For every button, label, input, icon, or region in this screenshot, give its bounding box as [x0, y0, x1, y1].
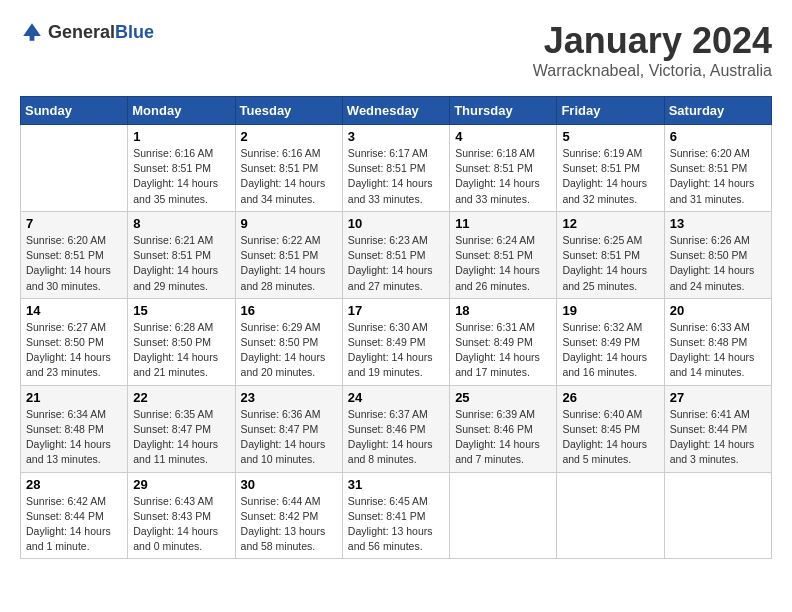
calendar-cell: 19Sunrise: 6:32 AM Sunset: 8:49 PM Dayli… [557, 298, 664, 385]
calendar-cell: 6Sunrise: 6:20 AM Sunset: 8:51 PM Daylig… [664, 125, 771, 212]
calendar-table: SundayMondayTuesdayWednesdayThursdayFrid… [20, 96, 772, 559]
date-number: 2 [241, 129, 337, 144]
logo-text-general: General [48, 22, 115, 42]
calendar-cell: 10Sunrise: 6:23 AM Sunset: 8:51 PM Dayli… [342, 211, 449, 298]
cell-info: Sunrise: 6:20 AM Sunset: 8:51 PM Dayligh… [670, 146, 766, 207]
day-header-thursday: Thursday [450, 97, 557, 125]
calendar-cell: 20Sunrise: 6:33 AM Sunset: 8:48 PM Dayli… [664, 298, 771, 385]
cell-info: Sunrise: 6:17 AM Sunset: 8:51 PM Dayligh… [348, 146, 444, 207]
cell-info: Sunrise: 6:40 AM Sunset: 8:45 PM Dayligh… [562, 407, 658, 468]
date-number: 19 [562, 303, 658, 318]
calendar-week-row: 14Sunrise: 6:27 AM Sunset: 8:50 PM Dayli… [21, 298, 772, 385]
date-number: 16 [241, 303, 337, 318]
calendar-cell [664, 472, 771, 559]
date-number: 12 [562, 216, 658, 231]
cell-info: Sunrise: 6:37 AM Sunset: 8:46 PM Dayligh… [348, 407, 444, 468]
date-number: 13 [670, 216, 766, 231]
date-number: 8 [133, 216, 229, 231]
cell-info: Sunrise: 6:33 AM Sunset: 8:48 PM Dayligh… [670, 320, 766, 381]
cell-info: Sunrise: 6:39 AM Sunset: 8:46 PM Dayligh… [455, 407, 551, 468]
date-number: 4 [455, 129, 551, 144]
date-number: 29 [133, 477, 229, 492]
date-number: 17 [348, 303, 444, 318]
day-header-friday: Friday [557, 97, 664, 125]
cell-info: Sunrise: 6:22 AM Sunset: 8:51 PM Dayligh… [241, 233, 337, 294]
calendar-cell: 24Sunrise: 6:37 AM Sunset: 8:46 PM Dayli… [342, 385, 449, 472]
calendar-cell: 21Sunrise: 6:34 AM Sunset: 8:48 PM Dayli… [21, 385, 128, 472]
date-number: 20 [670, 303, 766, 318]
day-header-sunday: Sunday [21, 97, 128, 125]
cell-info: Sunrise: 6:28 AM Sunset: 8:50 PM Dayligh… [133, 320, 229, 381]
calendar-cell: 4Sunrise: 6:18 AM Sunset: 8:51 PM Daylig… [450, 125, 557, 212]
calendar-week-row: 21Sunrise: 6:34 AM Sunset: 8:48 PM Dayli… [21, 385, 772, 472]
date-number: 10 [348, 216, 444, 231]
cell-info: Sunrise: 6:31 AM Sunset: 8:49 PM Dayligh… [455, 320, 551, 381]
date-number: 7 [26, 216, 122, 231]
cell-info: Sunrise: 6:16 AM Sunset: 8:51 PM Dayligh… [133, 146, 229, 207]
date-number: 24 [348, 390, 444, 405]
cell-info: Sunrise: 6:18 AM Sunset: 8:51 PM Dayligh… [455, 146, 551, 207]
calendar-cell: 27Sunrise: 6:41 AM Sunset: 8:44 PM Dayli… [664, 385, 771, 472]
cell-info: Sunrise: 6:19 AM Sunset: 8:51 PM Dayligh… [562, 146, 658, 207]
date-number: 11 [455, 216, 551, 231]
calendar-cell: 30Sunrise: 6:44 AM Sunset: 8:42 PM Dayli… [235, 472, 342, 559]
month-title: January 2024 [533, 20, 772, 62]
calendar-cell: 8Sunrise: 6:21 AM Sunset: 8:51 PM Daylig… [128, 211, 235, 298]
day-header-monday: Monday [128, 97, 235, 125]
page-header: GeneralBlue January 2024 Warracknabeal, … [20, 20, 772, 80]
date-number: 9 [241, 216, 337, 231]
date-number: 22 [133, 390, 229, 405]
day-header-wednesday: Wednesday [342, 97, 449, 125]
cell-info: Sunrise: 6:26 AM Sunset: 8:50 PM Dayligh… [670, 233, 766, 294]
cell-info: Sunrise: 6:34 AM Sunset: 8:48 PM Dayligh… [26, 407, 122, 468]
cell-info: Sunrise: 6:35 AM Sunset: 8:47 PM Dayligh… [133, 407, 229, 468]
title-block: January 2024 Warracknabeal, Victoria, Au… [533, 20, 772, 80]
date-number: 26 [562, 390, 658, 405]
logo-text-blue: Blue [115, 22, 154, 42]
cell-info: Sunrise: 6:29 AM Sunset: 8:50 PM Dayligh… [241, 320, 337, 381]
cell-info: Sunrise: 6:36 AM Sunset: 8:47 PM Dayligh… [241, 407, 337, 468]
calendar-week-row: 28Sunrise: 6:42 AM Sunset: 8:44 PM Dayli… [21, 472, 772, 559]
svg-rect-1 [30, 34, 35, 40]
calendar-cell: 14Sunrise: 6:27 AM Sunset: 8:50 PM Dayli… [21, 298, 128, 385]
calendar-cell [21, 125, 128, 212]
cell-info: Sunrise: 6:42 AM Sunset: 8:44 PM Dayligh… [26, 494, 122, 555]
cell-info: Sunrise: 6:21 AM Sunset: 8:51 PM Dayligh… [133, 233, 229, 294]
calendar-week-row: 7Sunrise: 6:20 AM Sunset: 8:51 PM Daylig… [21, 211, 772, 298]
calendar-cell: 1Sunrise: 6:16 AM Sunset: 8:51 PM Daylig… [128, 125, 235, 212]
cell-info: Sunrise: 6:44 AM Sunset: 8:42 PM Dayligh… [241, 494, 337, 555]
calendar-cell: 28Sunrise: 6:42 AM Sunset: 8:44 PM Dayli… [21, 472, 128, 559]
cell-info: Sunrise: 6:23 AM Sunset: 8:51 PM Dayligh… [348, 233, 444, 294]
cell-info: Sunrise: 6:41 AM Sunset: 8:44 PM Dayligh… [670, 407, 766, 468]
cell-info: Sunrise: 6:25 AM Sunset: 8:51 PM Dayligh… [562, 233, 658, 294]
calendar-cell: 25Sunrise: 6:39 AM Sunset: 8:46 PM Dayli… [450, 385, 557, 472]
date-number: 14 [26, 303, 122, 318]
calendar-cell: 11Sunrise: 6:24 AM Sunset: 8:51 PM Dayli… [450, 211, 557, 298]
calendar-header-row: SundayMondayTuesdayWednesdayThursdayFrid… [21, 97, 772, 125]
calendar-cell: 13Sunrise: 6:26 AM Sunset: 8:50 PM Dayli… [664, 211, 771, 298]
cell-info: Sunrise: 6:16 AM Sunset: 8:51 PM Dayligh… [241, 146, 337, 207]
calendar-cell: 7Sunrise: 6:20 AM Sunset: 8:51 PM Daylig… [21, 211, 128, 298]
cell-info: Sunrise: 6:30 AM Sunset: 8:49 PM Dayligh… [348, 320, 444, 381]
calendar-cell: 9Sunrise: 6:22 AM Sunset: 8:51 PM Daylig… [235, 211, 342, 298]
date-number: 6 [670, 129, 766, 144]
logo-icon [20, 20, 44, 44]
calendar-cell: 22Sunrise: 6:35 AM Sunset: 8:47 PM Dayli… [128, 385, 235, 472]
day-header-saturday: Saturday [664, 97, 771, 125]
date-number: 28 [26, 477, 122, 492]
calendar-cell: 23Sunrise: 6:36 AM Sunset: 8:47 PM Dayli… [235, 385, 342, 472]
date-number: 30 [241, 477, 337, 492]
date-number: 27 [670, 390, 766, 405]
date-number: 5 [562, 129, 658, 144]
cell-info: Sunrise: 6:32 AM Sunset: 8:49 PM Dayligh… [562, 320, 658, 381]
cell-info: Sunrise: 6:45 AM Sunset: 8:41 PM Dayligh… [348, 494, 444, 555]
location-subtitle: Warracknabeal, Victoria, Australia [533, 62, 772, 80]
date-number: 3 [348, 129, 444, 144]
calendar-cell: 18Sunrise: 6:31 AM Sunset: 8:49 PM Dayli… [450, 298, 557, 385]
calendar-cell: 2Sunrise: 6:16 AM Sunset: 8:51 PM Daylig… [235, 125, 342, 212]
date-number: 23 [241, 390, 337, 405]
cell-info: Sunrise: 6:27 AM Sunset: 8:50 PM Dayligh… [26, 320, 122, 381]
calendar-cell [557, 472, 664, 559]
svg-marker-0 [23, 23, 41, 36]
date-number: 25 [455, 390, 551, 405]
